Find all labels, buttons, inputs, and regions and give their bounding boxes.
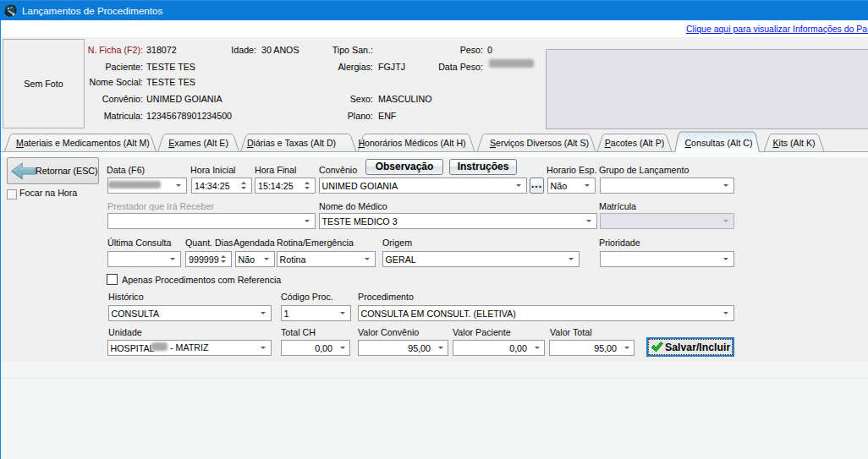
svg-text:Kits (Alt K): Kits (Alt K) [772,138,815,148]
svg-text:Pacotes (Alt P): Pacotes (Alt P) [605,138,665,148]
svg-text:Honorários Médicos (Alt H): Honorários Médicos (Alt H) [358,138,465,148]
svg-text:Consultas (Alt C): Consultas (Alt C) [684,138,752,148]
svg-text:Exames (Alt E): Exames (Alt E) [168,138,228,148]
svg-text:Serviços Diversos (Alt S): Serviços Diversos (Alt S) [490,138,589,148]
svg-text:Diárias e Taxas (Alt D): Diárias e Taxas (Alt D) [247,138,336,148]
svg-text:Materiais e Medicamentos (Alt: Materiais e Medicamentos (Alt M) [16,138,150,148]
